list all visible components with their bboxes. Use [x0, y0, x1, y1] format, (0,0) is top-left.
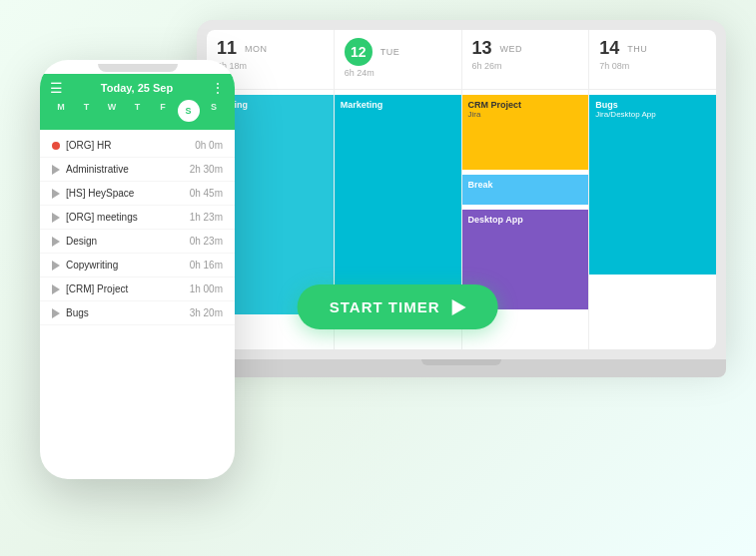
cal-col-thu: Bugs Jira/Desktop App — [589, 90, 716, 349]
play-icon — [451, 299, 465, 315]
task-time: 0h 16m — [190, 260, 223, 271]
task-label: [ORG] meetings — [66, 212, 184, 223]
task-time: 2h 30m — [190, 164, 223, 175]
start-timer-button[interactable]: START TIMER — [298, 284, 498, 329]
menu-icon[interactable]: ☰ — [50, 80, 63, 96]
cal-day-wed: 13 WED 6h 26m — [462, 30, 590, 89]
phone-day-s2[interactable]: S — [203, 100, 225, 122]
task-label: Copywriting — [66, 260, 184, 271]
phone-day-t1[interactable]: T — [76, 100, 98, 122]
list-item[interactable]: Design 0h 23m — [40, 230, 235, 254]
day-num-mon: 11 — [217, 38, 237, 59]
phone-header: ☰ Today, 25 Sep ⋮ M T W T F S S — [40, 74, 235, 130]
day-num-wed: 13 — [472, 38, 492, 59]
start-timer-label: START TIMER — [330, 298, 440, 315]
list-item[interactable]: [CRM] Project 1h 00m — [40, 278, 235, 301]
event-bugs: Bugs Jira/Desktop App — [589, 95, 716, 275]
day-hours-thu: 7h 08m — [599, 61, 706, 71]
list-item[interactable]: [ORG] meetings 1h 23m — [40, 206, 235, 230]
phone-day-t2[interactable]: T — [127, 100, 149, 122]
task-time: 0h 0m — [195, 140, 223, 151]
phone-day-s1[interactable]: S — [178, 100, 200, 122]
cal-day-thu: 14 THU 7h 08m — [589, 30, 716, 89]
phone-date: Today, 25 Sep — [101, 82, 173, 94]
list-item[interactable]: [HS] HeySpace 0h 45m — [40, 182, 235, 206]
task-label: [HS] HeySpace — [66, 188, 184, 199]
cal-day-tue: 12 TUE 6h 24m — [335, 30, 462, 89]
phone: ☰ Today, 25 Sep ⋮ M T W T F S S [ORG] HR… — [40, 60, 235, 479]
task-time: 1h 23m — [190, 212, 223, 223]
task-label: [CRM] Project — [66, 283, 184, 294]
phone-day-w[interactable]: W — [101, 100, 123, 122]
task-time: 0h 45m — [190, 188, 223, 199]
laptop-body: 11 MON 6h 18m 12 TUE 6h 24m — [197, 20, 726, 359]
event-crm: CRM Project Jira — [462, 95, 589, 170]
phone-notch — [98, 64, 178, 72]
play-icon — [52, 189, 60, 199]
task-label: Administrative — [66, 164, 184, 175]
day-name-wed: WED — [500, 44, 523, 54]
play-icon — [52, 165, 60, 175]
list-item[interactable]: Copywriting 0h 16m — [40, 254, 235, 278]
day-hours-wed: 6h 26m — [472, 61, 579, 71]
task-label: Design — [66, 236, 184, 247]
day-num-tue: 12 — [345, 38, 373, 66]
phone-content: [ORG] HR 0h 0m Administrative 2h 30m [HS… — [40, 130, 235, 459]
phone-day-f[interactable]: F — [152, 100, 174, 122]
phone-header-top: ☰ Today, 25 Sep ⋮ — [50, 80, 225, 96]
list-item[interactable]: Bugs 3h 20m — [40, 301, 235, 325]
play-icon — [52, 213, 60, 223]
phone-day-m[interactable]: M — [50, 100, 72, 122]
day-hours-tue: 6h 24m — [345, 68, 451, 78]
play-icon — [52, 237, 60, 247]
play-icon — [52, 308, 60, 318]
task-label: Bugs — [66, 307, 184, 318]
play-icon — [52, 261, 60, 271]
task-time: 3h 20m — [190, 307, 223, 318]
list-item[interactable]: Administrative 2h 30m — [40, 158, 235, 182]
day-name-tue: TUE — [380, 47, 400, 57]
status-dot — [52, 142, 60, 150]
task-time: 1h 00m — [190, 283, 223, 294]
calendar-header: 11 MON 6h 18m 12 TUE 6h 24m — [207, 30, 716, 90]
task-label: [ORG] HR — [66, 140, 189, 151]
day-hours-mon: 6h 18m — [217, 61, 324, 71]
laptop-screen: 11 MON 6h 18m 12 TUE 6h 24m — [207, 30, 716, 349]
list-item[interactable]: [ORG] HR 0h 0m — [40, 134, 235, 158]
play-icon — [52, 284, 60, 294]
phone-days-row: M T W T F S S — [50, 100, 225, 122]
task-time: 0h 23m — [190, 236, 223, 247]
laptop-base — [197, 359, 726, 377]
event-marketing: Marketing — [335, 95, 461, 314]
event-break: Break — [462, 175, 589, 205]
calendar: 11 MON 6h 18m 12 TUE 6h 24m — [207, 30, 716, 349]
day-name-thu: THU — [627, 44, 647, 54]
day-num-thu: 14 — [599, 38, 619, 59]
day-name-mon: MON — [245, 44, 268, 54]
more-icon[interactable]: ⋮ — [211, 80, 225, 96]
cal-col-tue: Marketing START TIMER — [335, 90, 462, 349]
laptop: 11 MON 6h 18m 12 TUE 6h 24m — [197, 20, 726, 409]
calendar-body: Training Marketing START TIMER — [207, 90, 716, 349]
